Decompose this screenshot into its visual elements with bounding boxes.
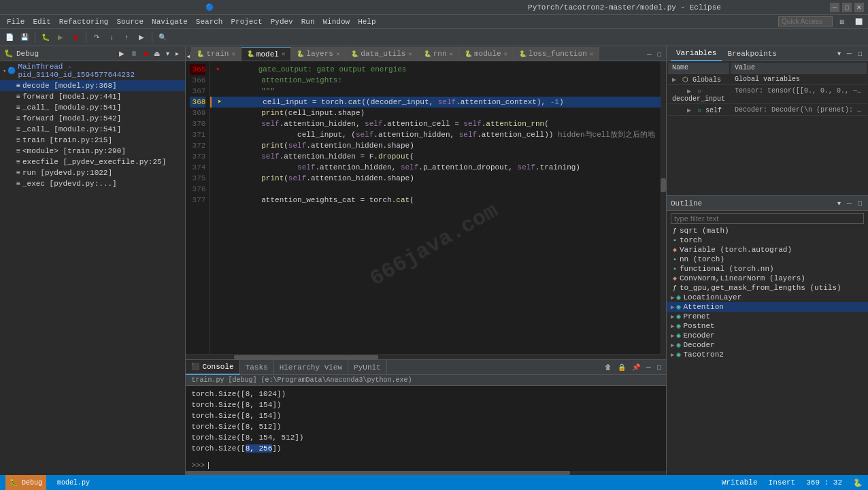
outline-filter-input[interactable] — [671, 213, 864, 224]
vars-collapse-btn[interactable]: ▾ — [835, 48, 843, 60]
outline-togpu[interactable]: ƒ to_gpu,get_mask_from_lengths (utils) — [667, 283, 868, 293]
tab-train-close[interactable]: ✕ — [231, 50, 235, 58]
code-editor[interactable]: 365 366 367 368 369 370 371 372 373 374 … — [186, 61, 666, 354]
menu-run[interactable]: Run — [297, 15, 319, 29]
open-type-button[interactable]: 🔍 — [156, 31, 169, 44]
stack-frame-3[interactable]: ≡ forward [model.py:542] — [0, 113, 185, 124]
vars-min-btn[interactable]: ─ — [845, 48, 854, 60]
stack-frame-4[interactable]: ≡ _call_ [module.py:541] — [0, 124, 185, 135]
collapse-btn[interactable]: ▾ — [164, 48, 171, 60]
editor-min-btn[interactable]: ─ — [645, 48, 653, 61]
menu-search[interactable]: Search — [192, 15, 227, 29]
quick-access-input[interactable] — [778, 16, 833, 27]
tab-model-close[interactable]: ✕ — [282, 50, 285, 58]
resume-button[interactable]: ▶ — [135, 31, 148, 44]
maximize-view-button[interactable]: ⬜ — [852, 15, 865, 29]
outline-tacotron2[interactable]: ▶ ◉ Tacotron2 — [667, 350, 868, 359]
tab-variables[interactable]: Variables — [671, 46, 722, 61]
tab-module-close[interactable]: ✕ — [504, 50, 507, 58]
stack-frame-8[interactable]: ≡ run [pydevd.py:1022] — [0, 167, 185, 178]
stop-button[interactable]: ■ — [69, 31, 82, 44]
tab-breakpoints[interactable]: Breakpoints — [722, 46, 782, 61]
outline-locationlayer[interactable]: ▶ ◉ LocationLayer — [667, 293, 868, 302]
tab-loss-function-close[interactable]: ✕ — [590, 50, 593, 58]
run-button[interactable]: ▶ — [54, 31, 67, 44]
tab-scroll-left[interactable]: ◂ — [186, 52, 191, 61]
menu-refactoring[interactable]: Refactoring — [55, 15, 113, 29]
tab-data-utils-close[interactable]: ✕ — [408, 50, 412, 58]
step-into-button[interactable]: ↓ — [105, 31, 118, 44]
tab-data-utils[interactable]: 🐍 data_utils ✕ — [346, 47, 418, 61]
vars-row-decoder-input[interactable]: ▶ ○ decoder_input Tensor: tensor([[0., 0… — [668, 86, 867, 104]
stack-frame-5[interactable]: ≡ train [train.py:215] — [0, 135, 185, 146]
console-clear-btn[interactable]: 🗑 — [603, 361, 614, 374]
editor-scrollbar[interactable] — [661, 61, 666, 354]
debug-resume-btn[interactable]: ▶ — [117, 48, 127, 60]
tab-loss-function[interactable]: 🐍 loss_function ✕ — [514, 47, 599, 61]
menu-source[interactable]: Source — [112, 15, 148, 29]
outline-min-btn[interactable]: ─ — [845, 197, 854, 210]
tab-model[interactable]: 🐍 model ✕ — [241, 47, 291, 61]
console-scrollbar[interactable] — [186, 471, 666, 475]
menu-file[interactable]: File — [3, 15, 29, 29]
tab-rnn-close[interactable]: ✕ — [450, 50, 453, 58]
outline-sqrt[interactable]: ƒ sqrt (math) — [667, 226, 868, 235]
minimize-button[interactable]: ─ — [830, 3, 839, 12]
outline-functional[interactable]: ▪ functional (torch.nn) — [667, 264, 868, 274]
scroll-thumb[interactable] — [661, 178, 666, 192]
tab-rnn[interactable]: 🐍 rnn ✕ — [418, 47, 459, 61]
tab-tasks[interactable]: Tasks — [240, 360, 274, 375]
outline-decoder[interactable]: ▶ ◉ Decoder — [667, 340, 868, 350]
debug-button[interactable]: 🐛 — [39, 31, 52, 44]
outline-convnorm[interactable]: ◆ ConvNorm,LinearNorm (layers) — [667, 274, 868, 283]
tab-module[interactable]: 🐍 module ✕ — [459, 47, 514, 61]
vars-row-globals[interactable]: ▶ ⬡ Globals Global variables — [668, 75, 867, 85]
editor-hscroll-thumb[interactable] — [234, 355, 378, 359]
debug-suspend-btn[interactable]: ⏸ — [129, 48, 139, 60]
debug-disconnect-btn[interactable]: ⏏ — [152, 48, 162, 60]
menu-help[interactable]: Help — [354, 15, 380, 29]
console-pin-btn[interactable]: 📌 — [630, 361, 642, 374]
outline-nn[interactable]: ▪ nn (torch) — [667, 255, 868, 264]
outline-prenet[interactable]: ▶ ◉ Prenet — [667, 312, 868, 321]
menu-project[interactable]: Project — [227, 15, 266, 29]
vars-max-btn[interactable]: □ — [856, 48, 864, 60]
debug-stop-btn[interactable]: ■ — [141, 48, 150, 60]
console-scroll-lock-btn[interactable]: 🔒 — [616, 361, 628, 374]
new-button[interactable]: 📄 — [3, 31, 16, 44]
code-content[interactable]: ● gate_output: gate output energies atte… — [210, 61, 661, 354]
vars-row-self[interactable]: ▶ ○ self Decoder: Decoder(\n (prenet): P… — [668, 105, 867, 116]
bottom-min-btn[interactable]: ─ — [644, 361, 653, 374]
console-scroll-thumb[interactable] — [186, 471, 569, 475]
save-button[interactable]: 💾 — [18, 31, 31, 44]
outline-variable[interactable]: ◆ Variable (torch.autograd) — [667, 245, 868, 255]
bottom-max-btn[interactable]: □ — [655, 361, 663, 374]
close-button[interactable]: ✕ — [854, 3, 864, 12]
outline-attention[interactable]: ▶ ◉ Attention — [667, 302, 868, 312]
editor-hscrollbar[interactable] — [186, 354, 666, 359]
menu-pydev[interactable]: Pydev — [267, 15, 297, 29]
outline-postnet[interactable]: ▶ ◉ Postnet — [667, 321, 868, 331]
maximize-button[interactable]: □ — [842, 3, 852, 12]
stack-frame-9[interactable]: ≡ _exec [pydevd.py:...] — [0, 178, 185, 189]
outline-collapse-btn[interactable]: ▾ — [835, 197, 843, 210]
editor-max-btn[interactable]: □ — [656, 48, 663, 61]
tab-hierarchy[interactable]: Hierarchy View — [274, 360, 348, 375]
tab-console[interactable]: ⬛ Console — [186, 360, 239, 375]
outline-max-btn[interactable]: □ — [856, 197, 864, 210]
outline-encoder[interactable]: ▶ ◉ Encoder — [667, 331, 868, 340]
menu-edit[interactable]: Edit — [29, 15, 54, 29]
tab-layers-close[interactable]: ✕ — [336, 50, 339, 58]
debug-thread-item[interactable]: ▾ 🔵 MainThread - pid_31140_id_1594577644… — [0, 61, 185, 80]
stack-frame-7[interactable]: ≡ execfile [_pydev_execfile.py:25] — [0, 157, 185, 167]
step-over-button[interactable]: ↷ — [90, 31, 103, 44]
step-return-button[interactable]: ↑ — [120, 31, 133, 44]
console-output[interactable]: torch.Size([8, 1024]) torch.Size([8, 154… — [186, 386, 666, 460]
stack-frame-6[interactable]: ≡ <module> [train.py:290] — [0, 146, 185, 157]
tab-train[interactable]: 🐍 train ✕ — [191, 47, 241, 61]
menu-window[interactable]: Window — [319, 15, 354, 29]
stack-frame-1[interactable]: ≡ forward [model.py:441] — [0, 91, 185, 102]
stack-frame-0[interactable]: ≡ decode [model.py:368] — [0, 80, 185, 91]
perspectives-button[interactable]: ⊞ — [835, 15, 849, 29]
tab-layers[interactable]: 🐍 layers ✕ — [291, 47, 346, 61]
